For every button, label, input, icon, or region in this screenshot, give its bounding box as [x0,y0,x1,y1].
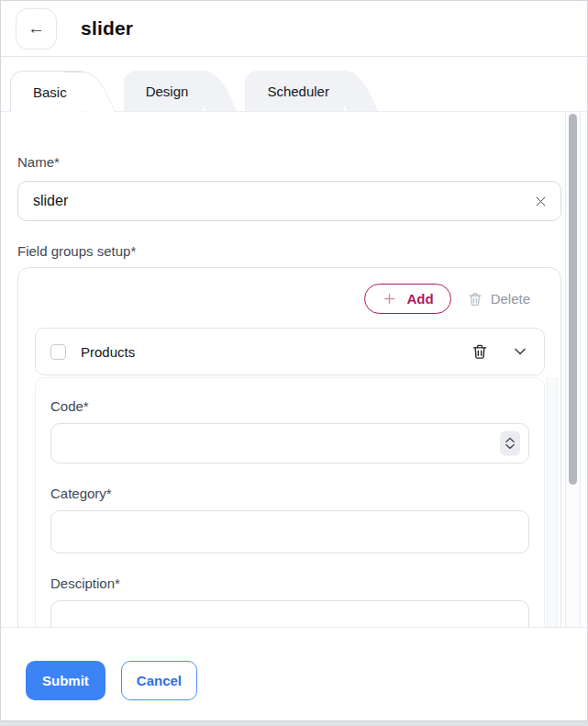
chevron-down-icon [505,444,515,450]
delete-group-label: Delete [491,291,530,307]
page-title: slider [81,17,133,39]
field-groups-panel: Add Delete Products [17,267,561,627]
add-group-label: Add [406,291,433,307]
back-arrow-icon: ← [28,18,45,39]
tab-scheduler-label: Scheduler [267,84,329,99]
app-window: ← slider Basic Design Scheduler Name* [0,0,588,721]
group-body-products: Code* Category* [35,377,545,627]
tab-scheduler[interactable]: Scheduler [245,71,344,112]
group-delete-button[interactable] [471,342,489,361]
tab-design[interactable]: Design [124,71,204,112]
plus-icon [382,291,397,307]
field-groups-label: Field groups setup* [17,243,561,259]
group-card-products: Products [35,328,545,627]
group-checkbox[interactable] [50,344,66,360]
name-input[interactable] [17,181,561,221]
field-groups-toolbar: Add Delete [18,268,560,314]
description-label: Desciption* [50,575,529,591]
trash-icon [467,291,483,307]
code-label: Code* [50,398,529,414]
add-group-button[interactable]: Add [364,284,450,314]
back-button[interactable]: ← [16,8,57,50]
submit-button[interactable]: Submit [26,661,105,700]
tab-basic-label: Basic [33,84,67,100]
trash-icon [471,342,489,361]
group-header-products[interactable]: Products [35,328,545,375]
footer: Submit Cancel [1,627,587,720]
clear-x-icon [534,195,548,208]
clear-input-button[interactable] [532,193,549,209]
cancel-button[interactable]: Cancel [121,661,197,700]
main-scrollbar-thumb[interactable] [569,114,577,485]
description-field-block: Desciption* [50,575,529,627]
panel-scrollbar-track[interactable] [547,377,558,627]
name-label: Name* [17,154,561,170]
chevron-down-icon [511,342,529,361]
chevron-up-icon [505,438,515,443]
tab-basic[interactable]: Basic [10,71,82,113]
tab-bar: Basic Design Scheduler [1,57,587,112]
group-collapse-button[interactable] [511,342,529,361]
name-field-block: Name* [17,154,561,221]
main-scrollbar-track[interactable] [565,112,581,627]
delete-group-button[interactable]: Delete [467,291,530,307]
number-stepper[interactable] [500,431,520,456]
header: ← slider [1,1,587,57]
code-input[interactable] [50,423,529,464]
category-input[interactable] [50,510,529,553]
category-field-block: Category* [50,486,529,553]
form-scroll-area: Name* Field groups setup* Add [1,112,587,627]
tab-design-label: Design [146,84,189,99]
description-input[interactable] [50,600,529,627]
group-header-actions [471,342,529,361]
code-field-block: Code* [50,398,529,464]
category-label: Category* [50,486,529,501]
group-title: Products [81,344,135,360]
